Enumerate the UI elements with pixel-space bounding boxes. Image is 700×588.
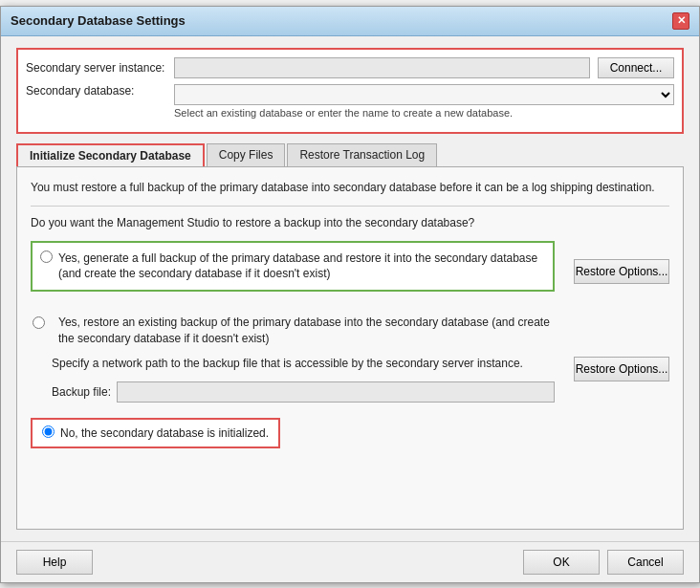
- server-label: Secondary server instance:: [26, 61, 174, 75]
- option3-label: No, the secondary database is initialize…: [60, 425, 269, 442]
- option2-radio-row: Yes, restore an existing backup of the p…: [33, 315, 555, 347]
- database-hint: Select an existing database or enter the…: [174, 107, 674, 119]
- info-text-2: Do you want the Management Studio to res…: [31, 214, 669, 231]
- cancel-button[interactable]: Cancel: [607, 550, 684, 575]
- backup-file-label: Backup file:: [52, 385, 111, 399]
- restore-options-button-1[interactable]: Restore Options...: [574, 259, 669, 284]
- connect-button[interactable]: Connect...: [598, 57, 674, 78]
- database-select[interactable]: [174, 84, 674, 105]
- backup-file-input[interactable]: [117, 381, 555, 403]
- option2-label: Yes, restore an existing backup of the p…: [58, 315, 555, 347]
- backup-hint: Specify a network path to the backup fil…: [52, 355, 555, 372]
- server-row: Secondary server instance: Connect...: [26, 57, 674, 78]
- window-title: Secondary Database Settings: [11, 13, 186, 28]
- database-label: Secondary database:: [26, 84, 174, 98]
- ok-cancel-group: OK Cancel: [523, 550, 684, 575]
- server-input[interactable]: [174, 57, 590, 78]
- bottom-bar: Help OK Cancel: [1, 541, 699, 582]
- option2-radio[interactable]: [33, 316, 45, 329]
- option3-box: No, the secondary database is initialize…: [31, 418, 280, 449]
- ok-button[interactable]: OK: [523, 550, 600, 575]
- option1-box: Yes, generate a full backup of the prima…: [31, 241, 555, 293]
- tab-restore-log[interactable]: Restore Transaction Log: [287, 143, 437, 166]
- server-section: Secondary server instance: Connect... Se…: [16, 48, 684, 134]
- window: Secondary Database Settings ✕ Secondary …: [0, 6, 700, 583]
- option3-area: No, the secondary database is initialize…: [31, 410, 669, 461]
- info-text-1: You must restore a full backup of the pr…: [31, 179, 669, 196]
- database-input-wrapper: Select an existing database or enter the…: [174, 84, 674, 119]
- option1-label: Yes, generate a full backup of the prima…: [58, 250, 545, 283]
- close-button[interactable]: ✕: [672, 12, 689, 30]
- help-button[interactable]: Help: [16, 550, 93, 575]
- backup-row: Backup file:: [52, 381, 555, 403]
- database-row: Secondary database: Select an existing d…: [26, 84, 674, 119]
- tab-content: You must restore a full backup of the pr…: [16, 166, 684, 530]
- title-bar: Secondary Database Settings ✕: [1, 7, 699, 36]
- main-content: Secondary server instance: Connect... Se…: [1, 36, 699, 541]
- option1-radio[interactable]: [40, 250, 53, 263]
- server-input-wrapper: [174, 57, 590, 78]
- option2-area: Yes, restore an existing backup of the p…: [31, 315, 555, 403]
- tabs: Initialize Secondary Database Copy Files…: [16, 143, 684, 166]
- tab-copy-files[interactable]: Copy Files: [207, 143, 286, 166]
- option3-radio[interactable]: [42, 425, 55, 438]
- divider-1: [31, 206, 669, 207]
- tab-initialize[interactable]: Initialize Secondary Database: [16, 143, 205, 166]
- restore-options-button-2[interactable]: Restore Options...: [574, 357, 669, 381]
